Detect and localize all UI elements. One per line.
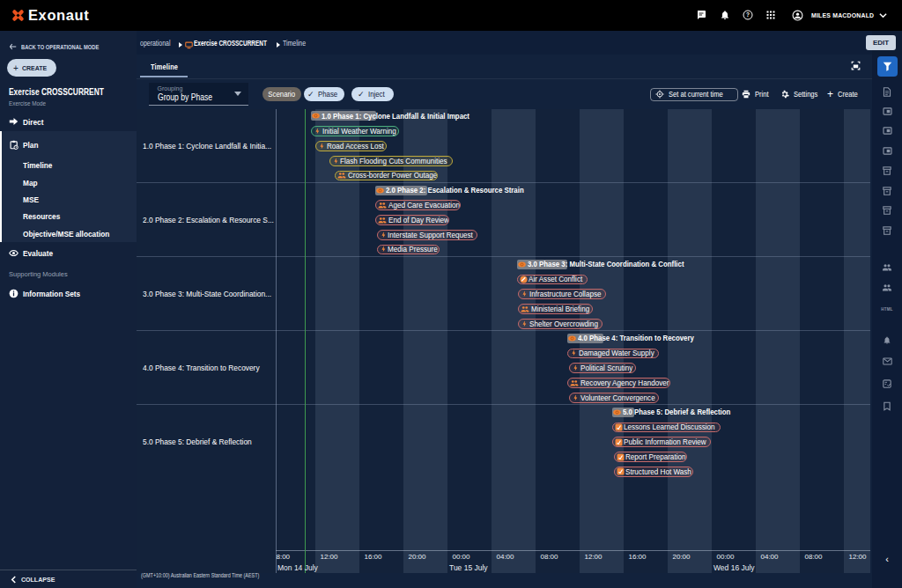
svg-text:?: ? (746, 11, 750, 18)
